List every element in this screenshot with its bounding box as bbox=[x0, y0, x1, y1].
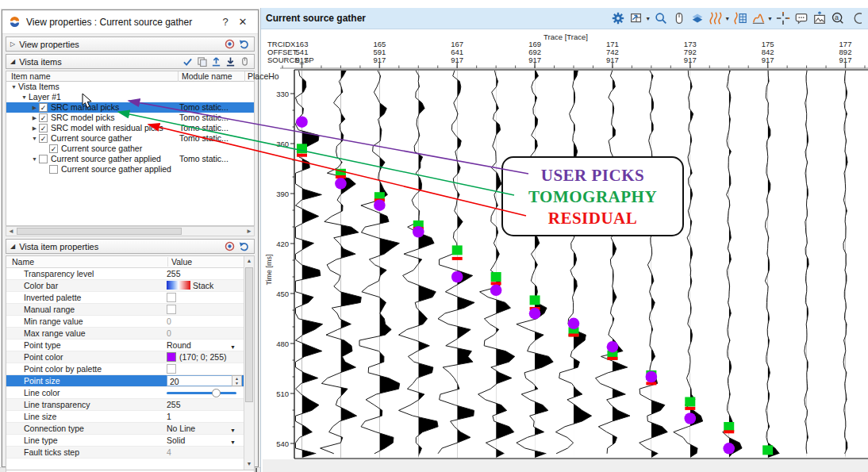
comment-icon[interactable] bbox=[793, 10, 809, 26]
scrollbar-thumb[interactable] bbox=[245, 267, 253, 402]
residual-pick-marker[interactable] bbox=[452, 257, 463, 260]
item-checkbox[interactable]: ✓ bbox=[49, 144, 58, 153]
horizontal-scrollbar[interactable]: ◄ ► bbox=[6, 226, 255, 236]
property-row-connection-type[interactable]: Connection typeNo Line▼ bbox=[6, 423, 244, 435]
property-value[interactable]: (170; 0; 255) bbox=[167, 351, 242, 363]
property-value[interactable]: 255 bbox=[167, 399, 242, 410]
point-size-input[interactable]: 20 bbox=[167, 375, 233, 386]
property-value[interactable]: Round▼ bbox=[167, 340, 242, 351]
seismic-plot[interactable]: Trace [Trace]TRCIDXOFFSETSOURCE_SP163541… bbox=[263, 32, 868, 472]
column-value[interactable]: Value bbox=[167, 257, 192, 267]
vertical-scrollbar[interactable]: ▲ ▼ bbox=[244, 256, 254, 470]
expander-closed-icon[interactable]: ▶ bbox=[30, 123, 39, 133]
wiggle-display-icon[interactable] bbox=[708, 10, 724, 26]
property-row-transparency-level[interactable]: Transparency level255 bbox=[6, 268, 244, 280]
colorbar-swatch[interactable] bbox=[167, 281, 190, 290]
scroll-right-icon[interactable]: ► bbox=[244, 227, 254, 236]
residual-pick-marker[interactable] bbox=[607, 357, 617, 360]
user-pick-marker[interactable] bbox=[607, 341, 619, 353]
import-up-icon[interactable] bbox=[211, 56, 221, 67]
property-row-line-color[interactable]: Line color bbox=[6, 387, 244, 399]
undo-icon[interactable] bbox=[239, 39, 250, 49]
property-row-point-type[interactable]: Point typeRound▼ bbox=[6, 340, 244, 351]
expanded-arrow-icon[interactable]: ◢ bbox=[10, 243, 15, 250]
expander-open-icon[interactable]: ▼ bbox=[30, 154, 39, 164]
spinner-buttons[interactable]: ▲▼ bbox=[232, 375, 242, 386]
property-value[interactable]: Solid▼ bbox=[167, 435, 242, 446]
property-value[interactable]: No Line▼ bbox=[167, 423, 242, 434]
user-pick-marker[interactable] bbox=[490, 285, 502, 297]
tree-item[interactable]: ✓Current source gather bbox=[6, 144, 254, 154]
user-pick-marker[interactable] bbox=[529, 308, 541, 320]
property-value[interactable] bbox=[167, 292, 242, 303]
expander-closed-icon[interactable]: ▶ bbox=[30, 102, 39, 113]
slider-handle[interactable] bbox=[212, 389, 221, 397]
tree-item[interactable]: Current source gather applied bbox=[6, 164, 254, 175]
scroll-left-icon[interactable]: ◄ bbox=[6, 227, 16, 236]
property-value[interactable]: 255 bbox=[167, 268, 242, 279]
scroll-up-icon[interactable]: ▲ bbox=[244, 256, 254, 267]
copy-icon[interactable] bbox=[197, 56, 207, 67]
collapsed-arrow-icon[interactable]: ▷ bbox=[10, 40, 15, 48]
scrollbar-thumb[interactable] bbox=[17, 228, 182, 235]
property-row-manual-range[interactable]: Manual range bbox=[6, 304, 244, 316]
zoom-icon[interactable] bbox=[653, 10, 669, 26]
section-vista-item-properties[interactable]: ◢ Vista item properties bbox=[6, 239, 255, 254]
target-icon[interactable] bbox=[225, 39, 235, 49]
section-vista-items[interactable]: ◢ Vista items bbox=[6, 54, 255, 69]
target-icon[interactable] bbox=[225, 241, 235, 251]
value-checkbox[interactable] bbox=[167, 305, 176, 314]
item-checkbox[interactable] bbox=[39, 155, 48, 163]
item-checkbox[interactable]: ✓ bbox=[39, 113, 48, 122]
slider-track[interactable] bbox=[167, 392, 236, 394]
layers-icon[interactable] bbox=[689, 10, 705, 26]
value-checkbox[interactable] bbox=[167, 293, 176, 302]
tomography-pick-marker[interactable] bbox=[762, 445, 773, 455]
window-partial-icon[interactable] bbox=[848, 10, 864, 26]
tomography-pick-marker[interactable] bbox=[452, 245, 463, 255]
spectrum-icon[interactable] bbox=[751, 10, 766, 26]
residual-pick-marker[interactable] bbox=[569, 334, 579, 337]
tree-item[interactable]: ▼Vista Items bbox=[6, 82, 254, 92]
gear-icon[interactable] bbox=[610, 10, 626, 26]
item-checkbox[interactable]: ✓ bbox=[39, 103, 48, 112]
user-pick-marker[interactable] bbox=[451, 271, 463, 283]
zoom-value-icon[interactable]: a bbox=[830, 10, 846, 26]
item-checkbox[interactable]: ✓ bbox=[39, 134, 48, 143]
color-swatch[interactable] bbox=[167, 352, 176, 362]
expander-closed-icon[interactable]: ▶ bbox=[30, 113, 39, 123]
user-pick-marker[interactable] bbox=[646, 371, 658, 383]
column-name[interactable]: Name bbox=[12, 257, 34, 267]
tree-item[interactable]: ▶✓SRC model picksTomo static... bbox=[6, 113, 254, 123]
value-checkbox[interactable] bbox=[167, 364, 176, 374]
property-value[interactable] bbox=[167, 387, 242, 398]
property-value[interactable]: 4 bbox=[167, 447, 242, 458]
crosshair-icon[interactable] bbox=[775, 10, 791, 26]
dropdown-caret-icon[interactable]: ▼ bbox=[767, 16, 773, 21]
property-value[interactable]: 0 bbox=[167, 328, 242, 339]
property-row-color-bar[interactable]: Color barStack bbox=[6, 280, 244, 292]
property-value[interactable] bbox=[167, 304, 242, 315]
property-row-line-transparency[interactable]: Line transparency255 bbox=[6, 399, 244, 411]
pointer-icon[interactable] bbox=[240, 56, 250, 67]
property-row-point-size[interactable]: Point size20▲▼ bbox=[6, 375, 244, 387]
undo-icon[interactable] bbox=[239, 241, 250, 251]
expander-open-icon[interactable]: ▼ bbox=[20, 92, 29, 102]
user-pick-marker[interactable] bbox=[568, 318, 580, 330]
tomography-pick-marker[interactable] bbox=[724, 422, 734, 432]
tree-item[interactable]: ▼Layer #1 bbox=[6, 92, 254, 102]
check-icon[interactable] bbox=[182, 57, 193, 67]
residual-pick-marker[interactable] bbox=[297, 154, 307, 157]
user-pick-marker[interactable] bbox=[374, 199, 386, 211]
property-value[interactable] bbox=[167, 363, 242, 374]
mouse-select-icon[interactable] bbox=[671, 10, 687, 26]
user-pick-marker[interactable] bbox=[413, 226, 424, 238]
property-row-min-range-value[interactable]: Min range value0 bbox=[6, 316, 244, 328]
user-pick-marker[interactable] bbox=[296, 116, 308, 128]
tomography-pick-marker[interactable] bbox=[685, 397, 695, 407]
property-value[interactable]: Stack bbox=[167, 280, 242, 291]
tomography-pick-marker[interactable] bbox=[530, 295, 540, 305]
expander-open-icon[interactable]: ▼ bbox=[30, 133, 39, 144]
column-item-name[interactable]: Item name bbox=[11, 71, 51, 82]
item-checkbox[interactable]: ✓ bbox=[39, 124, 48, 132]
